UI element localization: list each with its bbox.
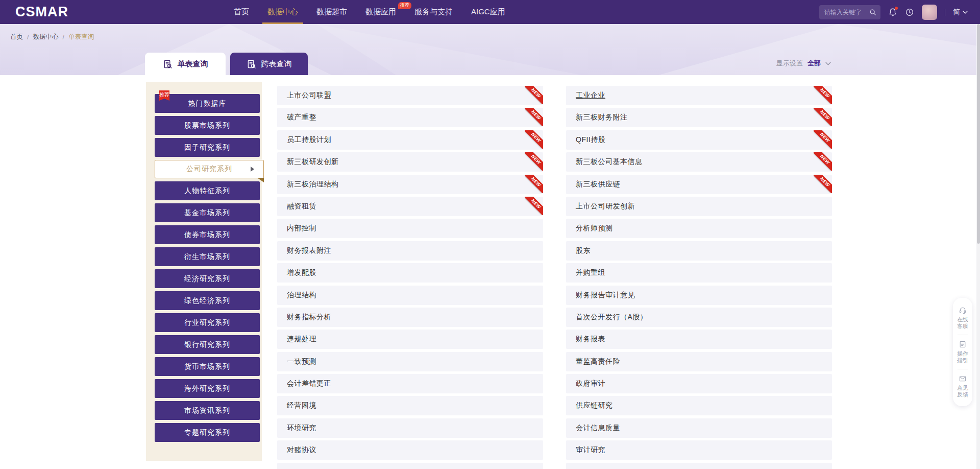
sidebar-category-wrap: 绿色经济系列	[155, 291, 260, 310]
search-input[interactable]	[823, 8, 866, 16]
database-item-label: 破产重整	[287, 113, 316, 122]
database-item[interactable]: 首次公开发行（A股）	[566, 308, 832, 327]
database-item[interactable]: 财务报表附注	[277, 241, 543, 261]
database-item-label: 新三板研发创新	[287, 157, 339, 167]
user-avatar[interactable]	[922, 5, 937, 20]
sidebar-category[interactable]: 行业研究系列	[155, 313, 260, 332]
database-item[interactable]: 财务指标分析	[277, 308, 543, 327]
sidebar-category-wrap: 因子研究系列	[155, 138, 260, 157]
database-item[interactable]: 上市公司研发创新	[566, 197, 832, 216]
breadcrumb-home[interactable]: 首页	[10, 33, 23, 41]
sidebar-category[interactable]: 基金市场系列	[155, 203, 260, 222]
sidebar-category-label: 债券市场系列	[184, 230, 230, 240]
nav-item[interactable]: 服务与支持	[411, 0, 456, 24]
tab-single-table-query[interactable]: 单表查询	[145, 53, 226, 75]
database-item[interactable]: 违规处理	[277, 330, 543, 349]
sidebar-category[interactable]: 银行研究系列	[155, 335, 260, 354]
database-item-label: 治理结构	[287, 291, 316, 300]
tab-label: 单表查询	[178, 59, 208, 69]
sidebar-category-wrap: 基金市场系列	[155, 203, 260, 222]
database-item-label: 新三板供应链	[576, 180, 620, 189]
sidebar-category-label: 衍生市场系列	[184, 252, 230, 262]
database-item[interactable]: 员工持股计划 NEW	[277, 130, 543, 150]
search-icon[interactable]	[869, 9, 876, 16]
sidebar-category[interactable]: 推荐 热门数据库	[155, 94, 260, 113]
database-item[interactable]: 会计差错更正	[277, 374, 543, 393]
header-search[interactable]	[819, 5, 880, 19]
database-item[interactable]: 增发配股	[277, 263, 543, 283]
database-item[interactable]: 并购重组	[566, 263, 832, 283]
database-item-label: 财务指标分析	[287, 313, 331, 322]
sidebar-category[interactable]: 衍生市场系列	[155, 247, 260, 266]
sidebar-category[interactable]: 债券市场系列	[155, 225, 260, 244]
database-item[interactable]: 对赌协议	[277, 440, 543, 460]
tab-cross-table-query[interactable]: 跨表查询	[230, 53, 308, 75]
database-item[interactable]: QFII持股 NEW	[566, 130, 832, 150]
scrollbar-track[interactable]	[976, 24, 980, 469]
new-badge: NEW	[525, 86, 543, 104]
display-settings-value[interactable]: 全部	[807, 59, 821, 68]
database-item[interactable]: 环境研究	[277, 418, 543, 438]
database-item[interactable]: 新三板财务附注 NEW	[566, 108, 832, 127]
database-item[interactable]: 一致预测	[277, 352, 543, 371]
header-divider	[945, 9, 945, 16]
language-selector[interactable]: 简	[953, 8, 968, 17]
sidebar-category[interactable]: 绿色经济系列	[155, 291, 260, 310]
sidebar-category[interactable]: 股票市场系列	[155, 116, 260, 135]
new-badge: NEW	[814, 152, 832, 171]
database-item[interactable]: 财务报表	[566, 330, 832, 349]
database-item[interactable]: 审计研究	[566, 440, 832, 460]
notification-bell-icon[interactable]	[888, 8, 897, 17]
database-item[interactable]: 新三板公司基本信息 NEW	[566, 152, 832, 172]
database-item[interactable]: 工业企业 NEW	[566, 86, 832, 105]
nav-item[interactable]: 数据超市	[313, 0, 350, 24]
nav-item[interactable]: 数据中心	[264, 0, 301, 24]
database-item[interactable]: 董监高责任险	[566, 352, 832, 371]
database-item[interactable]: 上市公司联盟 NEW	[277, 86, 543, 105]
database-item[interactable]: 经营困境	[277, 396, 543, 415]
database-item[interactable]: 财务报告审计意见	[566, 286, 832, 305]
divider	[958, 369, 968, 369]
database-item[interactable]: 新三板治理结构 NEW	[277, 175, 543, 194]
feedback-button[interactable]: 意见反馈	[953, 371, 972, 401]
breadcrumb-datacenter[interactable]: 数据中心	[33, 33, 58, 41]
sidebar-category[interactable]: 专题研究系列	[155, 423, 260, 442]
sidebar-category[interactable]: 市场资讯系列	[155, 401, 260, 420]
database-item[interactable]: 破产重整 NEW	[277, 108, 543, 127]
query-tabs: 单表查询 跨表查询	[145, 53, 308, 75]
database-item-label: 违规处理	[287, 335, 316, 344]
sidebar-category[interactable]: 经济研究系列	[155, 269, 260, 288]
nav-item-label: 数据超市	[316, 7, 347, 17]
envelope-icon	[959, 374, 967, 383]
nav-item[interactable]: 首页	[231, 0, 252, 24]
nav-item[interactable]: AIGC应用	[468, 0, 508, 24]
operation-guide-button[interactable]: 操作指引	[953, 337, 972, 367]
database-item[interactable]: 治理结构	[277, 286, 543, 305]
csmar-logo[interactable]: CSMAR	[15, 4, 68, 20]
database-item[interactable]: 政府审计	[566, 374, 832, 393]
database-item[interactable]: 分析师预测	[566, 219, 832, 238]
category-sidebar: 推荐 热门数据库 股票市场系列	[146, 82, 262, 461]
database-item[interactable]: 新三板供应链 NEW	[566, 175, 832, 194]
sidebar-category[interactable]: 人物特征系列	[155, 181, 260, 200]
table-search-icon	[247, 59, 256, 69]
sidebar-category[interactable]: 因子研究系列	[155, 138, 260, 157]
database-item[interactable]: 内部控制	[277, 219, 543, 238]
sidebar-category[interactable]: 货币市场系列	[155, 357, 260, 376]
database-item[interactable]: 股东	[566, 241, 832, 261]
database-item[interactable]: 供应链研究	[566, 396, 832, 415]
sidebar-category-label: 因子研究系列	[184, 143, 230, 152]
chevron-down-icon[interactable]	[825, 62, 831, 65]
nav-item-label: AIGC应用	[471, 7, 505, 17]
database-item-label: 员工持股计划	[287, 135, 331, 145]
database-item[interactable]: 会计信息质量	[566, 418, 832, 438]
database-item-label: 供应链研究	[576, 401, 613, 410]
sidebar-category[interactable]: 海外研究系列	[155, 379, 260, 398]
sidebar-category[interactable]: 公司研究系列	[155, 160, 264, 178]
database-item[interactable]: 新三板研发创新 NEW	[277, 152, 543, 172]
scrollbar-thumb[interactable]	[977, 24, 980, 244]
nav-item[interactable]: 数据应用 推荐	[362, 0, 399, 24]
history-icon[interactable]	[905, 8, 914, 17]
online-service-button[interactable]: 在线客服	[953, 303, 972, 333]
database-item[interactable]: 融资租赁 NEW	[277, 197, 543, 216]
